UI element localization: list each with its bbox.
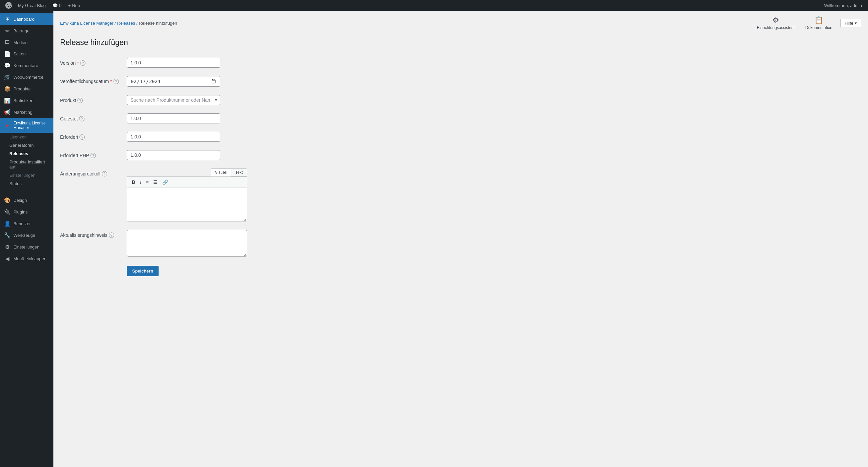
save-button[interactable]: Speichern xyxy=(127,266,159,276)
submenu-status[interactable]: Status xyxy=(0,179,54,188)
release-date-help-icon[interactable]: ? xyxy=(114,79,119,84)
sidebar: ⊞ Dashboard ✏ Beiträge 🖼 Medien 📄 Seiten… xyxy=(0,11,54,467)
editor-content[interactable] xyxy=(127,188,247,221)
header-actions: ⚙ Einrichtungsassistent 📋 Dokumentation … xyxy=(754,15,861,31)
breadcrumb-releases-link[interactable]: Releases xyxy=(117,21,135,26)
update-hint-row: Aktualisierungshinweis ? xyxy=(60,226,301,262)
link-button[interactable]: 🔗 xyxy=(160,179,170,186)
version-field-wrap xyxy=(127,58,301,68)
editor-wrap: Visuell Text B I ≡ xyxy=(127,168,247,222)
dashboard-icon: ⊞ xyxy=(4,16,11,22)
product-select[interactable]: Suche nach Produktnummer oder Name xyxy=(127,95,220,105)
editor-container: B I ≡ ☰ 🔗 xyxy=(127,176,247,222)
comment-icon: 💬 xyxy=(53,3,58,8)
required-label: Erfordert ? xyxy=(60,132,127,140)
wp-logo[interactable] xyxy=(3,2,15,9)
sidebar-item-einstellungen[interactable]: ⚙ Einstellungen xyxy=(0,241,54,253)
admin-bar: My Great Blog 💬 0 + Neu Willkommen, admi… xyxy=(0,0,868,11)
new-content-bar[interactable]: + Neu xyxy=(65,0,83,11)
sidebar-item-design[interactable]: 🎨 Design xyxy=(0,195,54,206)
tested-input[interactable] xyxy=(127,113,220,124)
comments-bar-item[interactable]: 💬 0 xyxy=(49,0,65,11)
breadcrumb-root-link[interactable]: Enwikuna License Manager xyxy=(60,21,114,26)
required-php-row: Erfordert PHP ? xyxy=(60,146,301,164)
bold-button[interactable]: B xyxy=(130,179,137,186)
save-row: Speichern xyxy=(60,262,301,280)
product-help-icon[interactable]: ? xyxy=(78,98,83,103)
changelog-row: Änderungsprotokoll ? Visuell Text xyxy=(60,164,301,226)
setup-icon: ⚙ xyxy=(773,16,779,25)
sidebar-item-produkte[interactable]: 📦 Produkte xyxy=(0,83,54,95)
setup-assistant-button[interactable]: ⚙ Einrichtungsassistent xyxy=(754,15,797,31)
sidebar-item-plugins[interactable]: 🔌 Plugins xyxy=(0,206,54,218)
version-help-icon[interactable]: ? xyxy=(80,60,86,66)
release-date-row: Veröffentlichungsdatum * ? xyxy=(60,72,301,91)
sidebar-item-dashboard[interactable]: ⊞ Dashboard xyxy=(0,13,54,25)
sidebar-item-kommentare[interactable]: 💬 Kommentare xyxy=(0,60,54,71)
welcome-message[interactable]: Willkommen, admin xyxy=(821,3,865,8)
enwikuna-icon: ● xyxy=(4,123,11,128)
stats-icon: 📊 xyxy=(4,97,11,104)
italic-button[interactable]: I xyxy=(138,179,143,186)
editor-toolbar: B I ≡ ☰ 🔗 xyxy=(127,177,247,188)
tested-field-wrap xyxy=(127,113,301,124)
sidebar-item-marketing[interactable]: 📢 Marketing xyxy=(0,106,54,118)
page-wrap: Release hinzufügen Version * ? xyxy=(54,34,868,287)
submenu-einstellungen: Einstellungen xyxy=(0,171,54,179)
sidebar-item-werkzeuge[interactable]: 🔧 Werkzeuge xyxy=(0,230,54,241)
sidebar-item-benutzer[interactable]: 👤 Benutzer xyxy=(0,218,54,230)
page-header: Enwikuna License Manager / Releases / Re… xyxy=(54,11,868,34)
editor-tab-visual[interactable]: Visuell xyxy=(211,168,231,176)
users-icon: 👤 xyxy=(4,221,11,227)
required-help-icon[interactable]: ? xyxy=(80,134,85,140)
sidebar-item-medien[interactable]: 🖼 Medien xyxy=(0,37,54,48)
update-hint-label: Aktualisierungshinweis ? xyxy=(60,230,127,238)
required-php-label: Erfordert PHP ? xyxy=(60,150,127,158)
version-label: Version * ? xyxy=(60,58,127,66)
product-field-wrap: Suche nach Produktnummer oder Name ▾ xyxy=(127,95,301,105)
update-hint-field-wrap xyxy=(127,230,301,258)
sidebar-item-beitrage[interactable]: ✏ Beiträge xyxy=(0,25,54,37)
sidebar-item-statistiken[interactable]: 📊 Statistiken xyxy=(0,95,54,106)
release-date-input[interactable] xyxy=(127,76,220,87)
update-hint-textarea[interactable] xyxy=(127,230,247,257)
required-php-input[interactable] xyxy=(127,150,220,160)
sidebar-item-woocommerce[interactable]: 🛒 WooCommerce xyxy=(0,71,54,83)
site-name-bar[interactable]: My Great Blog xyxy=(15,0,49,11)
submenu-produkte-installiert[interactable]: Produkte installiert auf xyxy=(0,158,54,171)
help-button[interactable]: Hilfe ▾ xyxy=(840,19,861,27)
main-content: Enwikuna License Manager / Releases / Re… xyxy=(54,11,868,467)
version-input[interactable] xyxy=(127,58,220,68)
required-php-help-icon[interactable]: ? xyxy=(90,153,96,158)
woo-icon: 🛒 xyxy=(4,74,11,80)
required-input[interactable] xyxy=(127,132,220,142)
ordered-list-button[interactable]: ☰ xyxy=(151,179,160,186)
changelog-help-icon[interactable]: ? xyxy=(102,171,107,176)
submenu-generatoren[interactable]: Generatoren xyxy=(0,141,54,149)
version-row: Version * ? xyxy=(60,54,301,72)
release-date-required-star: * xyxy=(110,79,112,84)
submenu-releases[interactable]: Releases xyxy=(0,149,54,158)
sidebar-item-seiten[interactable]: 📄 Seiten xyxy=(0,48,54,60)
enwikuna-submenu: Lizenzen Generatoren Releases Produkte i… xyxy=(0,133,54,188)
tested-row: Getestet ? xyxy=(60,109,301,127)
unordered-list-button[interactable]: ≡ xyxy=(144,179,151,186)
media-icon: 🖼 xyxy=(4,39,11,45)
main-wrap: ⊞ Dashboard ✏ Beiträge 🖼 Medien 📄 Seiten… xyxy=(0,11,868,467)
documentation-button[interactable]: 📋 Dokumentation xyxy=(803,15,835,31)
chevron-down-icon: ▾ xyxy=(855,21,857,26)
plugins-icon: 🔌 xyxy=(4,209,11,215)
breadcrumb: Enwikuna License Manager / Releases / Re… xyxy=(60,21,177,26)
design-icon: 🎨 xyxy=(4,197,11,203)
required-php-field-wrap xyxy=(127,150,301,160)
changelog-field-wrap: Visuell Text B I ≡ xyxy=(127,168,301,222)
update-hint-help-icon[interactable]: ? xyxy=(109,233,114,238)
edit-icon: ✏ xyxy=(4,28,11,34)
version-required-star: * xyxy=(77,60,79,66)
editor-tab-text[interactable]: Text xyxy=(231,168,247,176)
sidebar-collapse[interactable]: ◀ Menü einklappen xyxy=(0,253,54,265)
tested-help-icon[interactable]: ? xyxy=(79,116,85,122)
page-title: Release hinzufügen xyxy=(60,38,861,47)
pages-icon: 📄 xyxy=(4,51,11,57)
sidebar-item-enwikuna[interactable]: ● Enwikuna License Manager xyxy=(0,118,54,133)
